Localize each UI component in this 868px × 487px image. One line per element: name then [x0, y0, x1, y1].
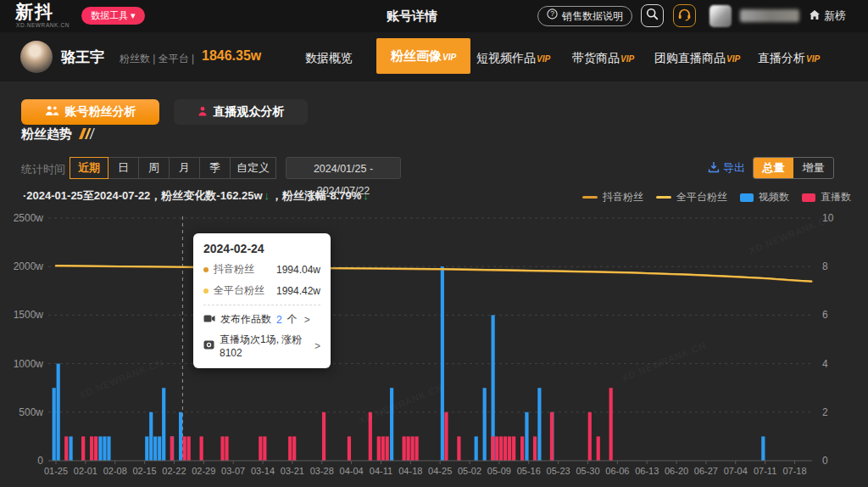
- flame-decoration-icon: [77, 127, 97, 142]
- tooltip-row-douyin: 抖音粉丝 1994.04w: [203, 262, 320, 277]
- headset-icon: [677, 8, 692, 25]
- svg-text:0: 0: [822, 455, 828, 467]
- total-incremental-toggle: 总量 增量: [753, 157, 834, 179]
- vip-badge: VIP: [620, 54, 634, 64]
- svg-text:06-06: 06-06: [605, 466, 629, 476]
- video-camera-icon: [203, 314, 215, 326]
- data-tools-dropdown[interactable]: 数据工具 ▾: [81, 7, 145, 25]
- svg-text:03-21: 03-21: [281, 466, 304, 476]
- svg-text:2000w: 2000w: [14, 260, 44, 272]
- svg-text:02-22: 02-22: [162, 466, 186, 476]
- svg-text:05-23: 05-23: [547, 466, 570, 476]
- customer-service-button[interactable]: [673, 4, 696, 27]
- svg-text:05-09: 05-09: [487, 466, 511, 476]
- chevron-right-icon: >: [314, 340, 320, 352]
- caret-down-icon: ▾: [131, 10, 136, 20]
- svg-text:03-14: 03-14: [251, 466, 275, 476]
- down-arrow-icon: ↓: [264, 189, 270, 202]
- tab-live-audience-analysis[interactable]: 直播观众分析: [174, 99, 308, 125]
- account-bar: 骆王宇 粉丝数 | 全平台 | 1846.35w 数据概览 粉丝画像VIP 短视…: [0, 32, 868, 81]
- user-avatar[interactable]: [709, 5, 732, 27]
- account-name: 骆王宇: [61, 48, 104, 67]
- time-range-segments: 近期 日 周 月 季 自定义: [70, 157, 276, 179]
- svg-text:2: 2: [822, 406, 828, 418]
- svg-text:6: 6: [822, 309, 828, 321]
- svg-text:?: ?: [550, 9, 554, 18]
- nav-tab-goods[interactable]: 带货商品VIP: [572, 51, 634, 66]
- rect-swatch: [740, 193, 754, 202]
- line-swatch: [582, 196, 598, 199]
- vip-badge: VIP: [442, 53, 456, 62]
- vip-badge: VIP: [726, 54, 740, 64]
- svg-text:8: 8: [822, 260, 828, 272]
- svg-text:03-28: 03-28: [310, 466, 334, 476]
- toggle-total[interactable]: 总量: [754, 158, 793, 178]
- nav-tab-group-live-goods[interactable]: 团购直播商品VIP: [654, 51, 740, 66]
- svg-text:03-07: 03-07: [221, 466, 245, 476]
- svg-text:04-25: 04-25: [428, 466, 452, 476]
- series-dot: [203, 267, 209, 272]
- fan-trend-chart[interactable]: 2500w102000w81500w61000w4500w20001-2502-…: [0, 210, 868, 487]
- top-header: 新抖 XD.NEWRANK.CN 数据工具 ▾ 账号详情 ? 销售数据说明 新榜: [0, 0, 868, 32]
- segment-custom[interactable]: 自定义: [231, 157, 276, 179]
- svg-text:2500w: 2500w: [14, 212, 44, 224]
- nav-tab-fan-portrait-active[interactable]: 粉丝画像VIP: [376, 38, 470, 74]
- date-range-picker[interactable]: 2024/01/25 - 2024/07/22: [286, 157, 401, 179]
- svg-text:04-18: 04-18: [398, 466, 422, 476]
- svg-text:07-04: 07-04: [724, 466, 748, 476]
- stat-time-label: 统计时间: [21, 162, 65, 177]
- fan-change-summary: ·2024-01-25至2024-07-22，粉丝变化数-162.25w↓，粉丝…: [23, 188, 370, 204]
- tab-account-fan-analysis[interactable]: 账号粉丝分析: [21, 99, 159, 125]
- home-icon: [809, 9, 821, 23]
- tooltip-live-link[interactable]: 直播场次1场, 涨粉8102 >: [203, 333, 320, 359]
- svg-text:10: 10: [822, 212, 834, 224]
- tooltip-divider: [203, 305, 320, 305]
- page-title: 账号详情: [387, 8, 437, 25]
- nav-tab-data-overview[interactable]: 数据概览: [305, 51, 353, 66]
- newrank-home-link[interactable]: 新榜: [809, 8, 846, 24]
- svg-text:05-30: 05-30: [576, 466, 599, 476]
- svg-text:1500w: 1500w: [14, 309, 44, 321]
- vip-badge: VIP: [537, 54, 550, 64]
- vip-badge: VIP: [806, 54, 820, 64]
- camera-icon: [203, 340, 214, 352]
- person-icon: [198, 105, 208, 119]
- chart-tooltip: 2024-02-24 抖音粉丝 1994.04w 全平台粉丝 1994.42w …: [193, 233, 331, 368]
- legend-live-count[interactable]: 直播数: [802, 190, 851, 204]
- svg-text:07-11: 07-11: [754, 466, 776, 476]
- svg-text:05-02: 05-02: [458, 466, 481, 476]
- fans-count-label: 粉丝数 | 全平台 |: [120, 52, 194, 66]
- account-avatar: [20, 41, 53, 73]
- sales-data-info-button[interactable]: ? 销售数据说明: [537, 6, 632, 26]
- tooltip-works-link[interactable]: 发布作品数2个 >: [203, 312, 320, 327]
- user-name-blurred[interactable]: [740, 9, 799, 22]
- nav-tab-live-analysis[interactable]: 直播分析VIP: [758, 51, 820, 66]
- svg-text:05-16: 05-16: [517, 466, 541, 476]
- svg-text:02-01: 02-01: [74, 466, 97, 476]
- tooltip-date: 2024-02-24: [203, 242, 320, 255]
- people-icon: [45, 105, 59, 119]
- svg-text:4: 4: [822, 358, 828, 370]
- svg-text:02-08: 02-08: [103, 466, 127, 476]
- legend-allplatform-fans[interactable]: 全平台粉丝: [656, 190, 727, 204]
- toggle-incremental[interactable]: 增量: [793, 158, 833, 178]
- svg-text:04-11: 04-11: [370, 466, 392, 476]
- segment-quarter[interactable]: 季: [200, 157, 231, 179]
- nav-tab-short-video[interactable]: 短视频作品VIP: [476, 51, 550, 66]
- svg-text:1000w: 1000w: [14, 358, 44, 370]
- segment-week[interactable]: 周: [139, 157, 170, 179]
- segment-recent[interactable]: 近期: [70, 157, 108, 179]
- segment-month[interactable]: 月: [170, 157, 200, 179]
- svg-text:06-20: 06-20: [665, 466, 688, 476]
- svg-text:02-15: 02-15: [133, 466, 157, 476]
- chevron-right-icon: >: [304, 314, 310, 326]
- legend-video-count[interactable]: 视频数: [740, 190, 789, 204]
- export-button[interactable]: 导出: [708, 160, 745, 176]
- download-icon: [708, 161, 720, 176]
- svg-text:02-29: 02-29: [192, 466, 215, 476]
- search-button[interactable]: [641, 4, 664, 27]
- legend-douyin-fans[interactable]: 抖音粉丝: [582, 190, 643, 204]
- segment-day[interactable]: 日: [108, 157, 139, 179]
- search-icon: [646, 8, 659, 24]
- rect-swatch: [802, 193, 815, 202]
